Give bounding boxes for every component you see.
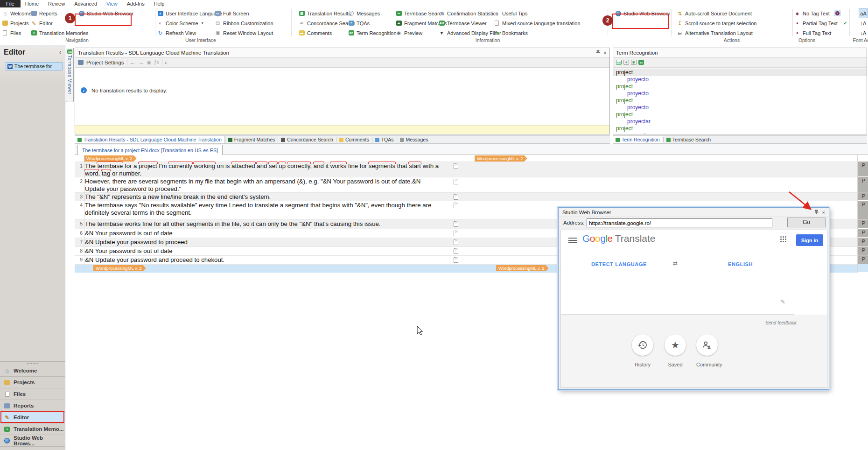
ribbon-item-scroll-source-to-target-selection[interactable]: ↧Scroll source to target selection <box>677 18 756 28</box>
ribbon-item-reset-window-layout[interactable]: ▣Reset Window Layout <box>215 28 273 38</box>
termbase-viewer-tab[interactable]: AB Termbase Viewer <box>66 48 74 102</box>
segment-status-icon[interactable] <box>454 179 458 184</box>
term-source[interactable]: project <box>613 69 867 76</box>
ribbon-item-color-scheme[interactable]: ◐Color Scheme▾ <box>157 18 222 28</box>
nav-item-files[interactable]: Files <box>0 388 65 400</box>
target-cell[interactable] <box>473 177 857 192</box>
project-settings-button[interactable]: Project Settings <box>86 60 124 65</box>
prev-result-icon[interactable]: ← <box>130 59 136 66</box>
bottom-tab-concordance-search[interactable]: Concordance Search <box>278 135 336 144</box>
edit-pencil-icon[interactable]: ✎ <box>780 298 785 305</box>
sort-terms-icon[interactable]: az <box>638 60 644 65</box>
term-target[interactable]: proyecto <box>613 76 867 83</box>
tab-file[interactable]: File <box>0 0 21 7</box>
ribbon-item-translation-memories[interactable]: ≡Translation Memories <box>31 28 88 38</box>
segment-status-icon[interactable] <box>454 231 458 236</box>
segment-status-icon[interactable] <box>454 239 458 245</box>
term-target[interactable]: proyecto <box>613 90 867 97</box>
source-cell[interactable]: &N Update your password and proceed to c… <box>85 256 440 264</box>
apply-translation-icon[interactable]: ▣ <box>147 60 151 65</box>
ribbon-item-confirmation-statistics[interactable]: ≡Confirmation Statistics <box>439 8 501 18</box>
ribbon-item-bookmarks[interactable]: ⚑Bookmarks <box>494 28 581 38</box>
ribbon-item-studio-web-browser[interactable]: Studio Web Browser <box>78 8 133 18</box>
term-source[interactable]: project <box>613 97 867 104</box>
ribbon-item-auto-scroll-source-document[interactable]: ⇅Auto-scroll Source Document <box>677 8 756 18</box>
go-button[interactable]: Go <box>787 218 826 227</box>
source-cell[interactable]: The "&N" represents a new line/line brea… <box>85 193 440 201</box>
next-result-icon[interactable]: → <box>139 59 144 66</box>
overflow-chevron-icon[interactable]: › <box>165 60 167 65</box>
ribbon-item-concordance-search[interactable]: ∞Concordance Search <box>299 18 355 28</box>
ribbon-item-refresh-view[interactable]: ↻Refresh View <box>157 28 222 38</box>
format-tag[interactable]: WordprocessingML v. 2 <box>93 265 146 271</box>
source-cell[interactable]: The termbase says "No results available"… <box>85 202 440 217</box>
ribbon-item-tqas[interactable]: ?TQAs <box>348 18 397 28</box>
target-language-tab[interactable]: ENGLISH <box>728 261 753 267</box>
target-cell[interactable] <box>473 162 857 177</box>
bottom-tab-tqas[interactable]: TQAs <box>372 135 397 144</box>
source-cell[interactable]: The termbase for a project I'm currently… <box>85 162 440 177</box>
ribbon-item-files[interactable]: Files <box>2 28 32 38</box>
nav-item-projects[interactable]: Projects <box>0 377 65 388</box>
term-target[interactable]: proyectar <box>613 118 867 125</box>
tab-advanced[interactable]: Advanced <box>70 0 102 7</box>
nav-resize-grip[interactable]: ▪▪▪▪▪▪▪▪ <box>0 361 65 365</box>
segment-status-icon[interactable] <box>454 203 458 208</box>
tab-home[interactable]: Home <box>21 0 43 7</box>
ribbon-item-comments[interactable]: ▬Comments <box>299 28 355 38</box>
ribbon-item-translation-results[interactable]: ▤Translation Results <box>299 8 355 18</box>
ribbon-item-termbase-viewer[interactable]: ABTermbase Viewer <box>439 18 501 28</box>
term-source[interactable]: project <box>613 125 867 132</box>
format-tag[interactable]: WordprocessingML v. 2 <box>84 155 137 162</box>
ribbon-item-full-tag-text[interactable]: ●Full Tag Text <box>794 28 849 38</box>
segment-status-icon[interactable] <box>454 257 458 263</box>
bottom-tab-messages[interactable]: Messages <box>397 135 431 144</box>
tab-review[interactable]: Review <box>43 0 70 7</box>
popup-pin-icon[interactable] <box>814 210 819 215</box>
ribbon-item-welcome[interactable]: ⌂Welcome <box>2 8 32 18</box>
font-adaptation-2[interactable]: ↓A <box>859 28 868 38</box>
bottom-tab-fragment-matches[interactable]: Fragment Matches <box>225 135 278 144</box>
tab-help[interactable]: Help <box>149 0 169 7</box>
address-input[interactable] <box>587 218 772 227</box>
segment-status-icon[interactable] <box>454 163 458 169</box>
font-adaptation-0[interactable]: aA <box>859 8 868 18</box>
bottom-tab-comments[interactable]: Comments <box>336 135 372 144</box>
popup-titlebar[interactable]: Studio Web Browser × <box>559 208 829 217</box>
sign-in-button[interactable]: Sign in <box>796 234 823 246</box>
bottom-tab-term-recognition[interactable]: Term Recognition <box>613 135 663 144</box>
source-cell[interactable]: However, there are several segments in m… <box>85 178 440 193</box>
nav-item-studio-web-brows[interactable]: Studio Web Brows... <box>0 435 65 447</box>
send-feedback-link[interactable]: Send feedback <box>765 320 797 325</box>
ribbon-item-ribbon-customization[interactable]: ▤Ribbon Customization <box>215 18 273 28</box>
view-term-icon[interactable]: AB <box>616 60 622 65</box>
termbase-settings-icon[interactable]: ✱ <box>631 60 637 65</box>
document-tab[interactable]: The termbase for a project EN.docx [Tran… <box>77 145 223 155</box>
source-cell[interactable]: &N Your password is out of date <box>85 230 440 237</box>
shortcut-community[interactable]: Community <box>696 334 718 367</box>
google-apps-icon[interactable] <box>780 236 787 243</box>
swap-languages-icon[interactable]: ⇄ <box>673 260 678 267</box>
ribbon-item-mixed-source-language-translation[interactable]: Mixed source language translation <box>494 18 581 28</box>
ribbon-item-full-screen[interactable]: ▭Full Screen <box>215 8 273 18</box>
source-language-tab[interactable]: DETECT LANGUAGE <box>591 261 647 267</box>
ribbon-item-partial-tag-text[interactable]: ●Partial Tag Text✓ <box>794 18 849 28</box>
pin-icon[interactable] <box>596 50 600 55</box>
nav-item-welcome[interactable]: ⌂Welcome <box>0 365 65 377</box>
source-cell[interactable]: &N Update your password to proceed <box>85 239 440 246</box>
source-cell[interactable]: The termbase works fine for all other se… <box>85 220 440 228</box>
nav-item-reports[interactable]: Reports <box>0 400 65 412</box>
ribbon-item-messages[interactable]: !Messages <box>348 8 397 18</box>
collapse-panel-icon[interactable]: ‹ <box>59 49 61 56</box>
segment-status-icon[interactable] <box>454 194 458 200</box>
nav-item-translation-memo[interactable]: ≡Translation Memo... <box>0 423 65 435</box>
format-tag[interactable]: WordprocessingML v. 2 <box>496 265 549 271</box>
ribbon-item-useful-tips[interactable]: +Useful Tips <box>494 8 581 18</box>
ribbon-item-user-interface-language[interactable]: aUser Interface Language <box>157 8 222 18</box>
ribbon-item-editor[interactable]: ✎Editor <box>31 18 88 28</box>
segment-status-icon[interactable] <box>454 221 458 227</box>
term-target[interactable]: proyecto <box>613 132 867 134</box>
font-adaptation-1[interactable]: ↑A <box>859 18 868 28</box>
shortcut-saved[interactable]: ★Saved <box>665 334 686 367</box>
format-tag[interactable]: WordprocessingML v. 2 <box>475 155 527 162</box>
